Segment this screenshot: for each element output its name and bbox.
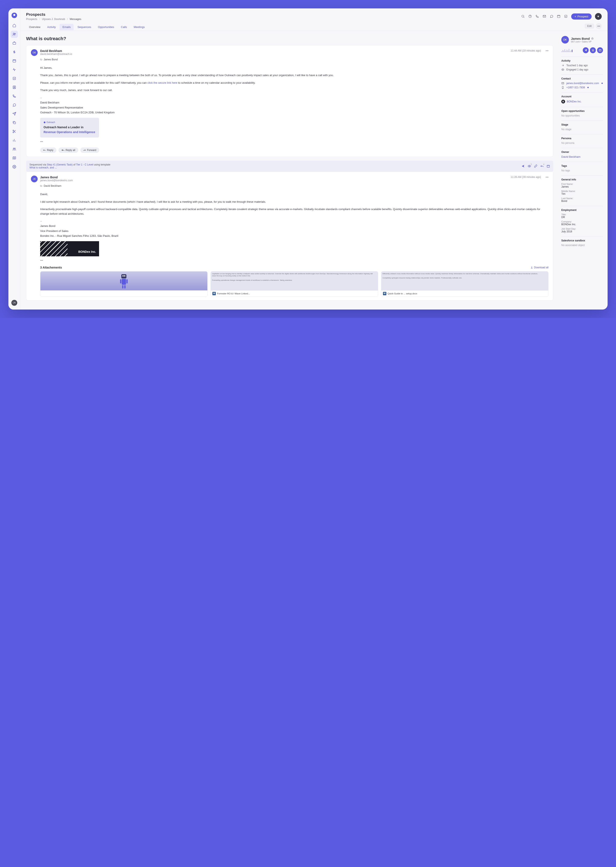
svg-point-13: [14, 148, 15, 149]
nav-team-icon[interactable]: [11, 146, 18, 153]
tab-meetings[interactable]: Meetings: [131, 24, 148, 30]
seq-views-icon[interactable]: 3: [528, 165, 531, 168]
breadcrumb-prospects[interactable]: Prospects: [26, 18, 37, 20]
sp-persona-title: Persona: [561, 137, 603, 140]
sp-tags-value: No tags: [561, 169, 603, 172]
nav-briefcase-icon[interactable]: [11, 39, 18, 47]
attachment-card[interactable]: Efficiently unleash cross-media informat…: [381, 271, 548, 297]
middle-name-value: Tim: [561, 192, 603, 195]
status-dot: [588, 87, 589, 88]
reply-button[interactable]: Reply: [40, 148, 57, 153]
nav-prospects-icon[interactable]: [11, 31, 18, 38]
nav-home-icon[interactable]: [11, 22, 18, 29]
help-icon[interactable]: [528, 14, 532, 18]
nav-map-icon[interactable]: [11, 154, 18, 162]
seq-send-icon[interactable]: [521, 165, 525, 168]
account-logo: B: [561, 100, 565, 104]
tab-sequences[interactable]: Sequences: [74, 24, 94, 30]
contact-email[interactable]: james.bond@bondexinc.com: [566, 82, 599, 85]
tab-overview[interactable]: Overview: [26, 24, 43, 30]
nav-pulse-icon[interactable]: [11, 66, 18, 73]
sp-owner-value[interactable]: David Beckham: [561, 155, 603, 159]
email-timestamp: 11:26 AM (39 minutes ago): [511, 176, 541, 179]
breadcrumb-name[interactable]: Ulysses J. Doorknob: [42, 18, 65, 20]
email-more-icon[interactable]: •••: [545, 49, 548, 52]
expand-dots-icon[interactable]: •••: [40, 259, 548, 262]
phone-action-icon[interactable]: [536, 14, 539, 18]
svg-rect-30: [124, 285, 126, 289]
nav-settings-icon[interactable]: [11, 163, 18, 170]
svg-point-1: [13, 14, 15, 16]
attachment-preview: [40, 272, 207, 291]
last-name-value: Bond: [561, 199, 603, 203]
nav-chat-icon[interactable]: [11, 101, 18, 108]
emp-jobstart-value: July 2018: [561, 230, 603, 233]
contact-phone[interactable]: +1857-321-7838: [566, 86, 585, 89]
sp-stage-title: Stage: [561, 123, 603, 126]
bondex-banner: BONDex Inc.: [40, 241, 99, 256]
edit-button[interactable]: Edit: [585, 24, 594, 28]
tab-activity[interactable]: Activity: [44, 24, 59, 30]
app-logo[interactable]: [11, 12, 17, 19]
seq-tier-link[interactable]: Tier 1 - C Level: [76, 163, 93, 166]
email-thread: What is outreach? DB David Beckham david…: [20, 31, 559, 309]
svg-rect-4: [13, 42, 16, 44]
attachment-card[interactable]: [40, 271, 207, 297]
seq-replies-icon[interactable]: 4: [540, 165, 544, 168]
attachment-filename: Quick Guide to ... setup.docx: [388, 292, 417, 295]
contact-email-icon: [561, 82, 565, 85]
sp-send-button[interactable]: [583, 47, 589, 53]
sp-calendar-button[interactable]: [597, 47, 603, 53]
download-all-button[interactable]: Download all: [530, 266, 548, 269]
sp-persona-value: No persona: [561, 141, 603, 144]
forward-button[interactable]: Forward: [80, 148, 99, 153]
tab-emails[interactable]: Emails: [60, 24, 74, 30]
svg-rect-19: [565, 15, 567, 17]
nav-scissors-icon[interactable]: [11, 128, 18, 135]
sender-email: david.beckham@outreach.io: [40, 53, 508, 55]
svg-point-2: [13, 33, 14, 34]
svg-point-20: [44, 121, 46, 123]
email-more-icon[interactable]: •••: [545, 176, 548, 179]
svg-point-8: [14, 86, 15, 88]
task-action-icon[interactable]: [564, 14, 568, 18]
reply-all-button[interactable]: Reply all: [58, 148, 78, 153]
nav-calendar-icon[interactable]: [11, 57, 18, 64]
bolt-button[interactable]: [595, 13, 602, 20]
search-icon[interactable]: [521, 14, 525, 18]
svg-point-32: [563, 69, 563, 70]
nav-dollar-icon[interactable]: [11, 49, 18, 55]
seq-step-link[interactable]: Step #1 (Generic Task): [47, 163, 73, 166]
svg-rect-5: [13, 60, 16, 62]
nav-contacts-icon[interactable]: [11, 84, 18, 91]
email-card: JB James Bond james.bond@bondexinc.com 1…: [26, 171, 553, 301]
nav-copy-icon[interactable]: [11, 119, 18, 126]
svg-rect-27: [120, 279, 121, 283]
secure-link[interactable]: click the secure link here: [148, 81, 177, 84]
mail-action-icon[interactable]: [542, 14, 546, 18]
nav-phone-icon[interactable]: [11, 93, 18, 100]
svg-point-14: [14, 166, 15, 167]
svg-rect-22: [547, 165, 550, 168]
tab-calls[interactable]: Calls: [118, 24, 130, 30]
account-link[interactable]: BONDex Inc.: [567, 100, 581, 103]
more-button[interactable]: •••: [596, 23, 602, 29]
add-prospect-button[interactable]: + Prospect: [571, 13, 592, 20]
expand-dots-icon[interactable]: •••: [40, 140, 548, 143]
attachment-card[interactable]: Capitalize on low hanging fruit to ident…: [211, 271, 378, 297]
sp-owner-title: Owner: [561, 151, 603, 154]
sp-list-button[interactable]: [590, 47, 596, 53]
nav-analytics-icon[interactable]: [11, 137, 18, 144]
tab-opportunities[interactable]: Opportunities: [95, 24, 117, 30]
nav-tasks-icon[interactable]: [11, 75, 18, 82]
seq-link-icon[interactable]: [534, 165, 537, 168]
star-icon[interactable]: ☆: [591, 36, 594, 40]
nav-send-icon[interactable]: [11, 110, 18, 117]
seq-calendar-icon[interactable]: [547, 165, 550, 168]
sp-opportunities-value: No opportunities: [561, 114, 603, 117]
email-body: David, I did some light research about O…: [40, 192, 548, 256]
seq-template-link[interactable]: What is outreach, and ...: [30, 166, 57, 169]
chat-action-icon[interactable]: [550, 14, 553, 18]
user-avatar[interactable]: LN: [11, 300, 17, 306]
calendar-action-icon[interactable]: [557, 14, 561, 18]
